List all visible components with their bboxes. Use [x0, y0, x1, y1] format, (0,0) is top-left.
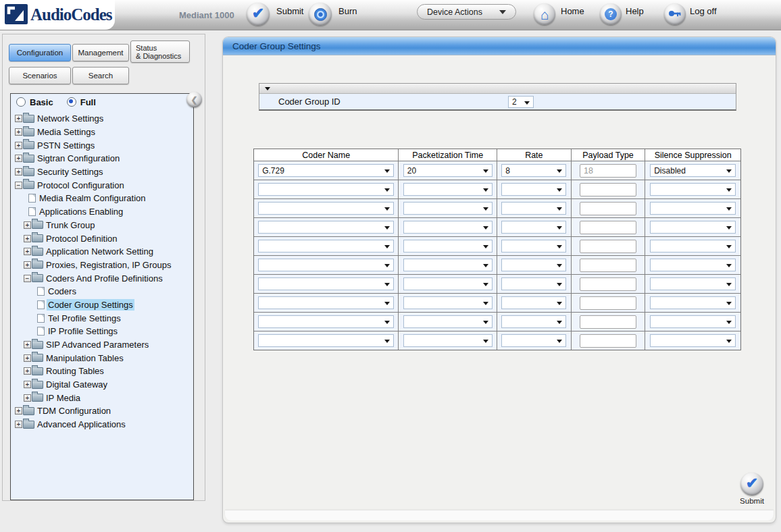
expand-toggle-icon[interactable]: +: [24, 221, 31, 229]
coder-name-select[interactable]: [258, 259, 394, 271]
tree-item-coders-and-profile-definitions[interactable]: −Coders And Profile Definitions: [11, 271, 193, 285]
tree-item-advanced-applications[interactable]: +Advanced Applications: [11, 418, 193, 431]
tree-item-proxies-registration-ip-groups[interactable]: +Proxies, Registration, IP Groups: [11, 259, 193, 272]
expand-toggle-icon[interactable]: +: [15, 128, 22, 136]
submit-toolbar-button[interactable]: ✔: [247, 3, 270, 26]
payload-type-input[interactable]: [580, 164, 636, 178]
silence-suppression-select[interactable]: [650, 277, 736, 290]
rate-select[interactable]: [501, 221, 566, 234]
tree-item-network-settings[interactable]: +Network Settings: [11, 112, 193, 126]
silence-suppression-select[interactable]: [650, 221, 736, 234]
payload-type-input[interactable]: [580, 221, 636, 234]
tree-item-sip-advanced-parameters[interactable]: +SIP Advanced Parameters: [11, 338, 193, 352]
payload-type-input[interactable]: [580, 259, 636, 272]
expand-toggle-icon[interactable]: +: [15, 421, 22, 428]
packetization-time-select[interactable]: [403, 221, 493, 234]
expand-toggle-icon[interactable]: +: [24, 261, 31, 269]
tree-item-digital-gateway[interactable]: +Digital Gateway: [11, 378, 193, 392]
full-radio[interactable]: [67, 97, 76, 107]
tree-item-tel-profile-settings[interactable]: Tel Profile Settings: [11, 311, 193, 325]
tree-item-ip-media[interactable]: +IP Media: [11, 391, 193, 404]
expand-toggle-icon[interactable]: +: [15, 168, 22, 176]
tab-scenarios[interactable]: Scenarios: [9, 67, 71, 84]
coder-group-id-select[interactable]: 2: [508, 96, 534, 108]
submit-sphere[interactable]: ✔: [740, 473, 763, 496]
rate-select[interactable]: [501, 183, 566, 196]
submit-toolbar-label[interactable]: Submit: [276, 6, 303, 16]
rate-select[interactable]: 8: [501, 164, 566, 177]
coder-name-select[interactable]: [258, 334, 394, 347]
payload-type-input[interactable]: [580, 202, 636, 215]
tree-item-manipulation-tables[interactable]: +Manipulation Tables: [11, 351, 193, 365]
silence-suppression-select[interactable]: [650, 259, 736, 271]
tab-configuration[interactable]: Configuration: [9, 44, 71, 61]
tree-item-protocol-definition[interactable]: +Protocol Definition: [11, 232, 193, 245]
payload-type-input[interactable]: [580, 334, 636, 348]
coder-name-select[interactable]: G.729: [258, 164, 394, 177]
tree-item-coders[interactable]: Coders: [11, 285, 193, 298]
tree-item-protocol-configuration[interactable]: −Protocol Configuration: [11, 178, 193, 192]
tree-item-pstn-settings[interactable]: +PSTN Settings: [11, 138, 193, 152]
tree-item-sigtran-configuration[interactable]: +Sigtran Configuration: [11, 152, 193, 165]
rate-select[interactable]: [501, 202, 566, 215]
full-radio-label[interactable]: Full: [80, 97, 96, 107]
tree-item-application-network-setting[interactable]: +Application Network Setting: [11, 245, 193, 259]
payload-type-input[interactable]: [580, 277, 636, 291]
tab-search[interactable]: Search: [72, 67, 129, 84]
burn-label[interactable]: Burn: [338, 6, 357, 16]
basic-radio[interactable]: [16, 97, 26, 107]
tree-item-tdm-configuration[interactable]: +TDM Configuration: [11, 404, 193, 418]
silence-suppression-select[interactable]: [650, 183, 736, 196]
coder-name-select[interactable]: [258, 202, 394, 215]
packetization-time-select[interactable]: 20: [403, 164, 493, 177]
silence-suppression-select[interactable]: Disabled: [650, 164, 736, 177]
home-label[interactable]: Home: [561, 6, 584, 16]
tree-item-applications-enabling[interactable]: Applications Enabling: [11, 205, 193, 219]
tree-item-media-settings[interactable]: +Media Settings: [11, 126, 193, 139]
rate-select[interactable]: [501, 259, 566, 271]
expand-toggle-icon[interactable]: +: [15, 155, 22, 162]
expand-toggle-icon[interactable]: +: [24, 354, 31, 362]
tree-item-ip-profile-settings[interactable]: IP Profile Settings: [11, 325, 193, 338]
rate-select[interactable]: [501, 240, 566, 252]
payload-type-input[interactable]: [580, 315, 636, 329]
expand-toggle-icon[interactable]: +: [24, 367, 31, 375]
expand-toggle-icon[interactable]: +: [24, 381, 31, 388]
rate-select[interactable]: [501, 315, 566, 328]
tree-item-media-realm-configuration[interactable]: Media Realm Configuration: [11, 192, 193, 205]
submit-button[interactable]: ✔ Submit: [736, 473, 767, 505]
coder-name-select[interactable]: [258, 277, 394, 290]
packetization-time-select[interactable]: [403, 334, 493, 347]
packetization-time-select[interactable]: [403, 315, 493, 328]
collapse-toggle-icon[interactable]: −: [24, 275, 31, 282]
expand-toggle-icon[interactable]: +: [15, 407, 22, 415]
expand-toggle-icon[interactable]: +: [24, 341, 31, 348]
tree-item-coder-group-settings[interactable]: Coder Group Settings: [11, 298, 193, 312]
tab-status-diagnostics[interactable]: Status & Diagnostics: [130, 41, 190, 63]
silence-suppression-select[interactable]: [650, 334, 736, 347]
tree-item-security-settings[interactable]: +Security Settings: [11, 165, 193, 179]
packetization-time-select[interactable]: [403, 240, 493, 252]
packetization-time-select[interactable]: [403, 259, 493, 271]
rate-select[interactable]: [501, 296, 566, 309]
coder-name-select[interactable]: [258, 221, 394, 234]
coder-name-select[interactable]: [258, 240, 394, 252]
burn-button[interactable]: [309, 3, 332, 26]
tab-management[interactable]: Management: [72, 44, 129, 61]
collapse-sidebar-button[interactable]: ❮: [186, 92, 202, 107]
collapse-toggle-icon[interactable]: −: [15, 182, 22, 189]
help-button[interactable]: ?: [600, 3, 622, 25]
silence-suppression-select[interactable]: [650, 240, 736, 252]
silence-suppression-select[interactable]: [650, 202, 736, 215]
packetization-time-select[interactable]: [403, 183, 493, 196]
logoff-label[interactable]: Log off: [690, 6, 717, 16]
coder-name-select[interactable]: [258, 315, 394, 328]
rate-select[interactable]: [501, 334, 566, 347]
rate-select[interactable]: [501, 277, 566, 290]
silence-suppression-select[interactable]: [650, 315, 736, 328]
basic-radio-label[interactable]: Basic: [30, 97, 53, 107]
payload-type-input[interactable]: [580, 296, 636, 310]
home-button[interactable]: ⌂: [534, 3, 555, 25]
payload-type-input[interactable]: [580, 240, 636, 253]
expand-toggle-icon[interactable]: +: [24, 248, 31, 255]
